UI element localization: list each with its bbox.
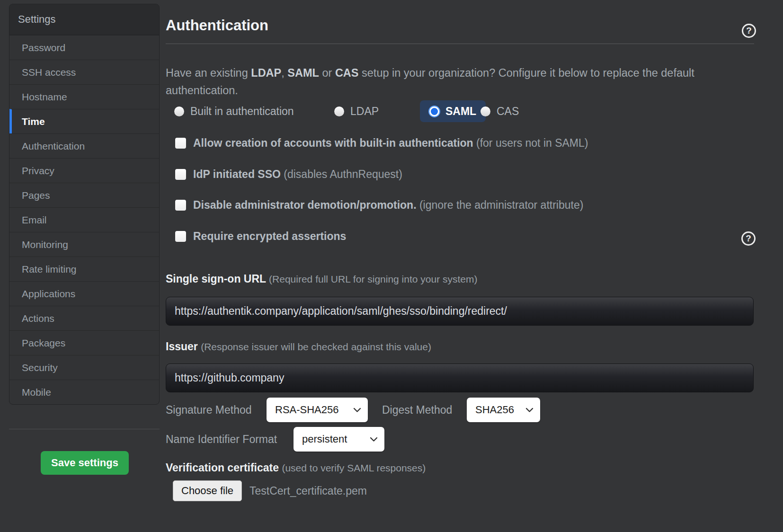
checkbox-require-encrypted-assertions[interactable]	[175, 231, 186, 242]
digest-method-value: SHA256	[475, 404, 514, 416]
sso-url-label: Single sign-on URL (Required full URL fo…	[166, 273, 477, 285]
checkbox-label: Require encrypted assertions	[193, 230, 346, 243]
sidebar-item-privacy[interactable]: Privacy	[9, 158, 159, 183]
intro-bold-term: LDAP	[251, 67, 281, 79]
intro-text-segment: ,	[281, 67, 287, 79]
intro-bold-term: CAS	[335, 67, 359, 79]
digest-method-label: Digest Method	[382, 398, 452, 422]
checkbox-allow-creation-of-accounts-with-built-in-authentication[interactable]	[175, 138, 186, 149]
sidebar-item-ssh-access[interactable]: SSH access	[9, 60, 159, 84]
radio-ldap[interactable]	[334, 106, 344, 116]
signature-method-value: RSA-SHA256	[275, 404, 339, 416]
name-identifier-format-label: Name Identifier Format	[166, 427, 277, 452]
checkbox-label-main: Require encrypted assertions	[193, 230, 346, 242]
radio-label: LDAP	[350, 105, 379, 118]
checkbox-label-note: (disables AuthnRequest)	[281, 168, 402, 180]
radio-saml-selected[interactable]	[429, 106, 439, 116]
auth-method-option-cas[interactable]: CAS	[480, 100, 519, 122]
option-row-idp-initiated-sso[interactable]: IdP initiated SSO (disables AuthnRequest…	[175, 168, 402, 181]
verification-certificate-label: Verification certificate (used to verify…	[166, 461, 426, 474]
chevron-down-icon	[353, 408, 361, 413]
issuer-input[interactable]	[166, 364, 754, 392]
issuer-label: Issuer (Response issuer will be checked …	[166, 340, 431, 353]
sidebar-item-pages[interactable]: Pages	[9, 183, 159, 207]
choose-file-button[interactable]: Choose file	[173, 480, 242, 501]
name-identifier-format-value: persistent	[302, 433, 347, 445]
intro-text-segment: or	[319, 67, 335, 79]
intro-bold-term: SAML	[287, 67, 319, 79]
intro-text: Have an existing LDAP, SAML or CAS setup…	[166, 64, 708, 99]
help-icon[interactable]: ?	[742, 24, 756, 38]
chevron-down-icon	[525, 408, 534, 413]
radio-label: Built in authentication	[190, 105, 294, 118]
chosen-file-name: TestCert_certificate.pem	[249, 480, 367, 501]
sidebar-item-monitoring[interactable]: Monitoring	[9, 232, 159, 257]
radio-built-in-authentication[interactable]	[174, 106, 184, 116]
option-row-disable-administrator-demotion-promotion[interactable]: Disable administrator demotion/promotion…	[175, 198, 583, 212]
settings-sidebar: Settings PasswordSSH accessHostnameTimeA…	[9, 4, 160, 405]
radio-cas[interactable]	[480, 106, 490, 116]
help-icon-encrypted-assertions[interactable]: ?	[741, 231, 756, 246]
sidebar-item-packages[interactable]: Packages	[9, 330, 159, 355]
checkbox-label-main: Disable administrator demotion/promotion…	[193, 199, 417, 211]
sidebar-item-email[interactable]: Email	[9, 207, 159, 232]
sidebar-title: Settings	[9, 4, 159, 35]
verification-certificate-label-text: Verification certificate	[166, 461, 279, 474]
sidebar-divider	[9, 429, 160, 429]
header-divider	[166, 44, 754, 44]
name-identifier-format-select[interactable]: persistent	[294, 427, 384, 452]
page: Settings PasswordSSH accessHostnameTimeA…	[0, 0, 783, 532]
checkbox-label-note: (for users not in SAML)	[473, 137, 588, 149]
checkbox-label-note: (ignore the administrator attribute)	[417, 199, 584, 211]
sidebar-item-authentication[interactable]: Authentication	[9, 133, 159, 158]
auth-method-option-saml[interactable]: SAML	[420, 100, 486, 122]
auth-method-option-built-in-authentication[interactable]: Built in authentication	[174, 100, 294, 122]
intro-text-segment: Have an existing	[166, 67, 251, 79]
sidebar-item-actions[interactable]: Actions	[9, 306, 159, 330]
auth-method-option-ldap[interactable]: LDAP	[334, 100, 379, 122]
sso-url-hint: (Required full URL for signing into your…	[269, 274, 477, 284]
checkbox-label-main: IdP initiated SSO	[193, 168, 281, 180]
checkbox-disable-administrator-demotion-promotion[interactable]	[175, 200, 186, 211]
sidebar-item-rate-limiting[interactable]: Rate limiting	[9, 257, 159, 281]
sidebar-item-password[interactable]: Password	[9, 35, 159, 60]
sidebar-item-applications[interactable]: Applications	[9, 281, 159, 306]
checkbox-idp-initiated-sso[interactable]	[175, 169, 186, 180]
verification-certificate-hint: (used to verify SAML responses)	[282, 462, 426, 473]
sso-url-label-text: Single sign-on URL	[166, 273, 266, 285]
chevron-down-icon	[370, 437, 378, 442]
sidebar-item-security[interactable]: Security	[9, 355, 159, 380]
radio-label: SAML	[445, 105, 476, 118]
signature-method-select[interactable]: RSA-SHA256	[267, 398, 368, 422]
sso-url-input[interactable]	[166, 297, 754, 326]
checkbox-label: Allow creation of accounts with built-in…	[193, 137, 588, 150]
option-row-allow-creation-of-accounts-with-built-in-authentication[interactable]: Allow creation of accounts with built-in…	[175, 136, 588, 150]
issuer-label-text: Issuer	[166, 340, 198, 353]
checkbox-label-main: Allow creation of accounts with built-in…	[193, 137, 473, 149]
signature-method-label: Signature Method	[166, 398, 252, 422]
digest-method-select[interactable]: SHA256	[467, 398, 540, 422]
radio-label: CAS	[497, 105, 519, 118]
checkbox-label: Disable administrator demotion/promotion…	[193, 199, 583, 212]
sidebar-nav: PasswordSSH accessHostnameTimeAuthentica…	[9, 35, 159, 404]
checkbox-label: IdP initiated SSO (disables AuthnRequest…	[193, 168, 402, 181]
save-settings-button[interactable]: Save settings	[41, 451, 129, 475]
auth-method-group: Built in authenticationLDAPSAMLCAS	[0, 100, 783, 122]
issuer-hint: (Response issuer will be checked against…	[201, 341, 431, 352]
page-title: Authentication	[166, 17, 268, 34]
option-row-require-encrypted-assertions[interactable]: Require encrypted assertions	[175, 230, 346, 243]
sidebar-item-mobile[interactable]: Mobile	[9, 380, 159, 404]
